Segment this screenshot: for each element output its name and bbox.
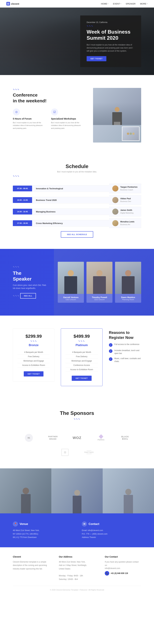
svg-rect-1 (8, 3, 9, 4)
footer-brand-title: Clevent (13, 556, 49, 558)
sponsor-woz: WOZ (67, 433, 87, 443)
footer-email[interactable]: info@clevent.com (105, 567, 141, 570)
reasons-title: Reasons to Register Now (109, 330, 141, 340)
speaker-card-timothy: Timothy Powell CEO Unicorn (86, 262, 113, 303)
nav-more[interactable]: MORE ▾ (140, 2, 148, 5)
schedule-topic: Cross Marketing Efficiency (32, 220, 109, 226)
speaker-avatar (112, 186, 118, 192)
schedule-topic: Managing Business (32, 208, 109, 215)
hero-description: But I must explain to you how all the mi… (87, 44, 135, 53)
platinum-cta-button[interactable]: GET TICKET (72, 376, 91, 381)
price-tier-bronze: Bronze (17, 344, 50, 347)
speaker-card-role: Planning Room (117, 298, 140, 300)
speaker-card-garrett: Garrett Ventura CEO Unicorn (58, 262, 84, 303)
speaker-wavy: ∿∿∿ (13, 266, 19, 268)
speaker-info: Abbas Paul Business Dev (120, 198, 131, 202)
speaker-card-body: Garrett Ventura CEO Unicorn (58, 294, 84, 303)
feature-workshop-desc: But I must explain to you how all the mi… (51, 121, 83, 130)
speaker-role: Digital Marketing (120, 212, 134, 214)
pricing-reasons: Reasons to Register Now ✓ Full access to… (109, 328, 141, 365)
venue-address: 48 West 21st Street, New York, NY 10010 … (13, 529, 72, 539)
feature-forum-title: 5 Hours of Forum (13, 118, 45, 120)
forum-icon: ⊙ (13, 108, 20, 116)
see-all-schedule-button[interactable]: SEE ALL SCHEDULE (61, 231, 93, 238)
schedule-row: 10:30 - 13:45 Business Trend 2020 Abbas … (13, 195, 141, 205)
hero-title: Week of Business Summit 2020 (87, 29, 135, 41)
schedule-topic: Innovation & Technological (32, 185, 109, 192)
bronze-cta-button[interactable]: GET TICKET (24, 371, 43, 376)
reason-check-icon: ✓ (109, 357, 113, 361)
hero-section: December 10, California ∿∿∿ Week of Busi… (0, 8, 154, 75)
reason-check-icon: ✓ (109, 343, 113, 347)
speaker-avatar (112, 208, 118, 215)
feature-workshop-title: Specialized Workshops (51, 118, 83, 120)
price-features-platinum: 4 Banquets per Month Free Delivery Works… (65, 350, 98, 372)
speaker-card-img-timothy (86, 262, 113, 294)
sponsor-logo: PARTNERBRAND (48, 436, 58, 440)
sponsor-partner2: PARTNER (79, 448, 99, 457)
conference-image-inset (122, 126, 140, 141)
speaker-card-name: Dawn Maddox (117, 296, 140, 298)
price-feature: Conference Access (65, 363, 98, 368)
sponsor-perks: PERKS (91, 433, 111, 443)
footer-address-col: Our Address 48 West 21st Street, New Yor… (59, 556, 95, 581)
speaker-section-title: TheSpeaker (13, 270, 48, 282)
hero-date: December 10, California (87, 21, 135, 24)
price-wavy-bronze: ∿∿∿ (30, 340, 37, 342)
pricing-card-platinum: $499.99 ∿∿∿ Platinum 4 Banquets per Mont… (61, 328, 102, 386)
sponsors-section: The Sponsors ∿∿∿ BE PARTNERBRAND WOZ PER… (0, 399, 154, 468)
see-all-speakers-button[interactable]: SEE ALL (20, 293, 36, 298)
sponsor-logo: PERKS (98, 435, 105, 441)
svg-rect-3 (8, 4, 9, 5)
footer-contact-desc: If you have any question please contact … (105, 560, 141, 567)
price-feature: Access to Exhibition Room (17, 363, 50, 368)
sponsors-grid: BE PARTNERBRAND WOZ PERKS BLACKBOX● ⊞ PA… (13, 433, 141, 457)
sponsor-logo: ⊞ (61, 449, 68, 456)
venue-icon: 📍 (13, 522, 18, 526)
schedule-time: 17:30 - 18:45 (13, 220, 32, 226)
hero-cta-button[interactable]: GET TICKET (87, 56, 106, 62)
nav-speaker[interactable]: SPEAKER (126, 2, 136, 5)
reason-text: Full access to the conference (114, 343, 140, 346)
speaker-avatar (112, 220, 118, 226)
speaker-card-body: Timothy Powell CEO Unicorn (86, 294, 113, 303)
speaker-name: Abbas Paul (120, 198, 131, 200)
speaker-card-role: CEO Unicorn (88, 298, 111, 300)
speaker-card-name: Timothy Powell (88, 296, 111, 298)
price-feature: Access to Exhibition Room (65, 368, 98, 372)
hero-content-box: December 10, California ∿∿∿ Week of Busi… (80, 16, 141, 67)
speaker-card-role: CEO Unicorn (59, 298, 82, 300)
schedule-row: 17:30 - 18:45 Cross Marketing Efficiency… (13, 218, 141, 228)
footer-contact-col: Our Contact If you have any question ple… (105, 556, 141, 581)
footer-contact-title: Our Contact (105, 556, 141, 558)
sponsor-icon: ⊞ (55, 448, 75, 457)
venue-contact-section: 📍 Venue 48 West 21st Street, New York, N… (0, 513, 154, 547)
schedule-speaker: Monalisa Lewis Business Art (109, 218, 141, 228)
schedule-wavy: ∿∿∿ (13, 175, 19, 177)
logo-icon (6, 2, 10, 6)
speaker-card-name: Garrett Ventura (59, 296, 82, 298)
nav-home[interactable]: HOME ▾ (101, 2, 108, 5)
conference-features: ⊙ 5 Hours of Forum But I must explain to… (13, 108, 83, 130)
nav-event[interactable]: EVENT ▾ (113, 2, 121, 5)
logo[interactable]: clevent (6, 2, 19, 6)
speaker-card-body: Dawn Maddox Planning Room (115, 294, 141, 303)
speaker-card-img-garrett (58, 262, 84, 294)
schedule-speaker: Abbas Paul Business Dev (109, 195, 141, 205)
phone-icon: 📞 (105, 571, 109, 576)
schedule-speaker: Taegan Pemberton Business Coach (109, 184, 141, 193)
speaker-name: Monalisa Lewis (120, 220, 135, 223)
speaker-card-img-dawn (115, 262, 141, 294)
feature-workshop: ☑ Specialized Workshops But I must expla… (51, 108, 83, 130)
footer-brand-desc: Clevent Elementor template is a simple d… (13, 560, 49, 571)
schedule-title: Schedule (13, 164, 141, 169)
price-feature: Workshops and Engage (65, 359, 98, 363)
price-feature: Workshops and Engage (17, 359, 50, 363)
sponsor-logo: WOZ (73, 436, 81, 440)
schedule-time: 07:30 - 09:45 (13, 186, 32, 191)
venue-block: 📍 Venue 48 West 21st Street, New York, N… (13, 522, 72, 539)
hero-wavy: ∿∿∿ (87, 24, 93, 27)
reason-text: Music, craft beer, cocktails and chats. (114, 357, 141, 363)
sponsor-logo: BLACKBOX● (122, 436, 129, 440)
price-feature: 4 Banquets per Month (65, 350, 98, 354)
